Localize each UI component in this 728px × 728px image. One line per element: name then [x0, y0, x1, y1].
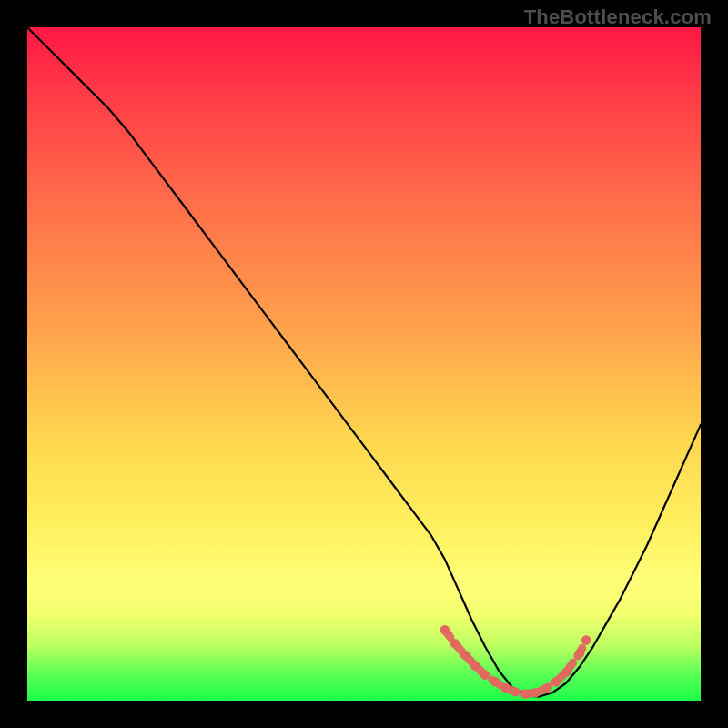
curve-marker-group [27, 27, 701, 701]
chart-container: TheBottleneck.com [0, 0, 728, 728]
curve-marker [500, 683, 510, 693]
curve-marker [541, 683, 551, 693]
watermark-label: TheBottleneck.com [524, 5, 712, 29]
curve-marker [551, 677, 561, 686]
curve-marker [460, 650, 470, 659]
curve-marker [480, 671, 490, 680]
curve-marker [531, 688, 541, 697]
curve-marker [470, 661, 480, 670]
curve-marker [440, 625, 450, 634]
marker-dash-path [445, 630, 586, 693]
curve-marker [490, 677, 500, 686]
curve-marker [581, 635, 591, 644]
curve-marker [575, 649, 584, 658]
curve-marker [511, 687, 520, 696]
curve-marker [450, 639, 460, 648]
curve-marker [561, 668, 571, 677]
curve-marker [521, 689, 530, 698]
